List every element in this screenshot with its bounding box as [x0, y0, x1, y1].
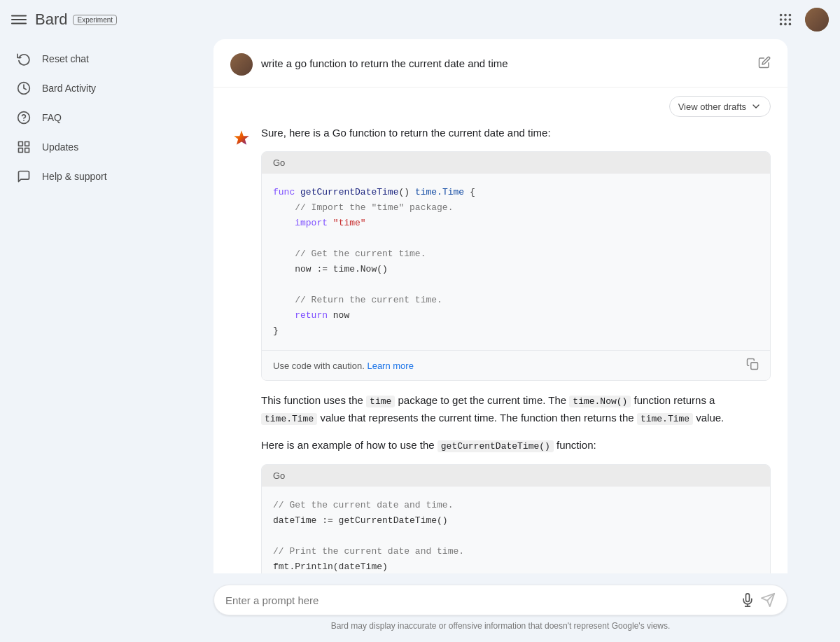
view-drafts-label: View other drafts	[678, 102, 746, 112]
inline-code: time.Time	[261, 413, 317, 425]
svg-rect-2	[11, 23, 27, 25]
input-area: Bard may display inaccurate or offensive…	[161, 573, 840, 642]
code-line: // Print the current date and time.	[273, 546, 464, 557]
view-drafts-button[interactable]: View other drafts	[669, 96, 771, 117]
code-line: // Import the "time" package.	[273, 202, 453, 213]
code-line: func	[273, 187, 295, 197]
svg-point-14	[784, 18, 787, 21]
code-line: now := time.Now()	[273, 264, 388, 274]
input-box	[214, 585, 788, 615]
svg-point-11	[784, 14, 787, 17]
reset-icon	[17, 52, 31, 66]
code-line: ()	[398, 187, 414, 197]
code-block-header-1: Go	[262, 152, 770, 174]
topbar	[161, 0, 840, 39]
bard-message-row: Sure, here is a Go function to return th…	[214, 123, 788, 573]
send-icon-button[interactable]	[760, 592, 776, 608]
code-warning-1: Use code with caution. Learn more	[262, 350, 770, 380]
svg-point-13	[780, 18, 783, 21]
warning-text-1: Use code with caution. Learn more	[273, 361, 414, 371]
activity-icon	[17, 81, 31, 95]
experiment-badge: Experiment	[73, 15, 117, 25]
bard-message-content: Sure, here is a Go function to return th…	[261, 125, 771, 573]
code-block-2: Go // Get the current date and time. dat…	[261, 464, 771, 573]
bard-title: Bard	[35, 11, 67, 29]
code-block-1: Go func getCurrentDateTime() time.Time {…	[261, 151, 771, 382]
sidebar: Bard Experiment Reset chat Bard Activity	[0, 0, 161, 642]
bard-logo-area: Bard Experiment	[35, 11, 117, 29]
svg-rect-7	[25, 142, 29, 146]
user-message-text: write a go function to return the curren…	[261, 53, 750, 72]
svg-point-17	[784, 23, 787, 26]
topbar-icons	[771, 6, 829, 34]
svg-point-10	[780, 14, 783, 17]
code-content-1: func getCurrentDateTime() time.Time { //…	[262, 174, 770, 351]
sidebar-item-updates[interactable]: Updates	[6, 133, 155, 161]
chat-card: write a go function to return the curren…	[214, 39, 788, 573]
svg-point-15	[789, 18, 792, 21]
svg-point-12	[789, 14, 792, 17]
explanation-text-1: This function uses the time package to g…	[261, 392, 771, 427]
svg-rect-8	[25, 148, 29, 153]
inline-code: time.Now()	[569, 396, 631, 407]
sidebar-item-label: Bard Activity	[42, 83, 96, 94]
sidebar-nav: Reset chat Bard Activity FAQ	[0, 39, 161, 196]
grid-icon-button[interactable]	[771, 6, 799, 34]
code-line: // Get the current time.	[273, 249, 426, 259]
sidebar-header: Bard Experiment	[0, 0, 161, 39]
code-block-header-2: Go	[262, 465, 770, 487]
copy-icon-1[interactable]	[746, 358, 759, 373]
user-avatar	[230, 53, 253, 76]
code-lang-1: Go	[273, 158, 285, 168]
code-line: // Return the current time.	[273, 295, 442, 305]
inline-code: time	[366, 396, 395, 407]
view-drafts-row: View other drafts	[214, 88, 788, 123]
code-line: // Get the current date and time.	[273, 500, 453, 510]
code-line: dateTime := getCurrentDateTime()	[273, 515, 448, 526]
sidebar-item-reset-chat[interactable]: Reset chat	[6, 45, 155, 73]
svg-rect-0	[11, 15, 27, 17]
svg-rect-1	[11, 19, 27, 20]
bard-star-icon	[230, 127, 253, 149]
code-line: {	[464, 187, 475, 197]
chat-container: write a go function to return the curren…	[161, 39, 840, 573]
svg-point-18	[789, 23, 792, 26]
faq-icon	[17, 111, 31, 125]
avatar-image	[805, 8, 829, 32]
code-content-2: // Get the current date and time. dateTi…	[262, 487, 770, 573]
avatar[interactable]	[805, 8, 829, 32]
mic-icon-button[interactable]	[741, 593, 755, 607]
disclaimer-text: Bard may display inaccurate or offensive…	[331, 621, 671, 636]
sidebar-item-bard-activity[interactable]: Bard Activity	[6, 74, 155, 102]
help-icon	[17, 169, 31, 183]
code-line: getCurrentDateTime	[300, 187, 398, 197]
example-intro-text: Here is an example of how to use the get…	[261, 437, 771, 454]
edit-icon-button[interactable]	[758, 56, 771, 69]
svg-rect-19	[751, 363, 758, 370]
sidebar-item-label: Reset chat	[42, 53, 89, 64]
updates-icon	[17, 140, 31, 154]
learn-more-link-1[interactable]: Learn more	[367, 361, 413, 371]
code-lang-2: Go	[273, 470, 285, 481]
bard-intro-text: Sure, here is a Go function to return th…	[261, 125, 771, 141]
code-line: time.Time	[415, 187, 464, 197]
inline-code: getCurrentDateTime()	[438, 440, 554, 452]
code-line: fmt.Println(dateTime)	[273, 561, 388, 572]
svg-rect-6	[19, 142, 23, 146]
svg-rect-9	[19, 148, 23, 153]
sidebar-item-label: Help & support	[42, 171, 107, 182]
sidebar-item-label: FAQ	[42, 112, 62, 123]
code-line: }	[273, 326, 279, 336]
main-area: write a go function to return the curren…	[161, 0, 840, 642]
code-line: import	[273, 218, 328, 228]
bard-response-area: View other drafts	[214, 87, 788, 573]
user-message-row: write a go function to return the curren…	[214, 39, 788, 87]
hamburger-icon[interactable]	[11, 12, 27, 27]
code-line: "time"	[333, 218, 366, 228]
inline-code: time.Time	[637, 413, 693, 425]
sidebar-item-faq[interactable]: FAQ	[6, 104, 155, 132]
prompt-input[interactable]	[225, 594, 735, 606]
code-line: now	[328, 310, 349, 321]
sidebar-item-help[interactable]: Help & support	[6, 162, 155, 190]
code-line: return	[273, 310, 328, 321]
